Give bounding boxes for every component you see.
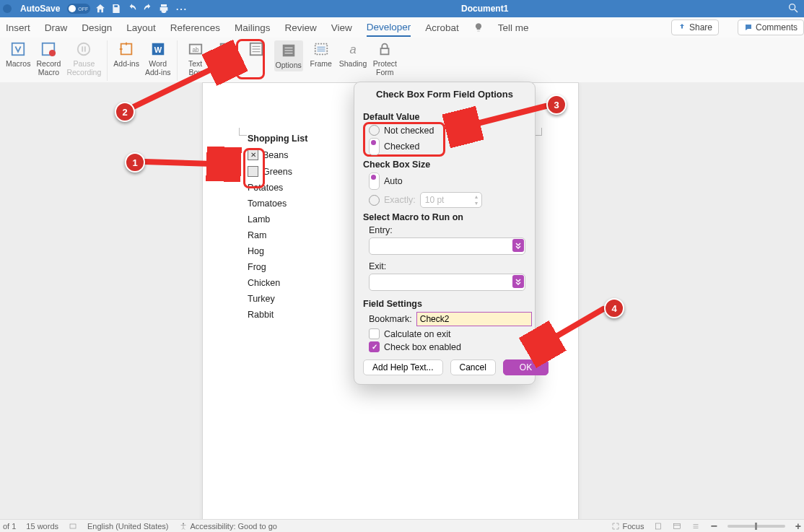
more-icon[interactable]: ⋯ <box>175 2 187 16</box>
svg-point-5 <box>78 43 90 56</box>
annotation-highlight-1 <box>243 148 265 188</box>
check-box-button[interactable]: CheckBox <box>214 40 238 77</box>
svg-rect-26 <box>381 48 389 54</box>
undo-icon[interactable] <box>126 3 138 14</box>
title-bar: AutoSave OFF ⋯ Document1 <box>0 0 804 17</box>
tab-mailings[interactable]: Mailings <box>235 19 271 36</box>
comments-button[interactable]: Comments <box>738 19 804 35</box>
bookmark-input[interactable] <box>416 312 532 326</box>
exit-label: Exit: <box>369 261 386 271</box>
zoom-slider[interactable] <box>727 525 785 528</box>
list-item-label: Rabbit <box>248 310 274 320</box>
tab-developer[interactable]: Developer <box>367 19 411 37</box>
language-indicator[interactable]: English (United States) <box>87 522 169 531</box>
radio-exactly-size[interactable] <box>369 195 380 206</box>
chevron-down-icon[interactable] <box>512 275 524 288</box>
status-bar: of 1 15 words English (United States) Ac… <box>0 519 804 532</box>
frame-button[interactable]: Frame <box>309 40 333 69</box>
list-item-label: Ram <box>248 230 266 240</box>
shading-button[interactable]: aShading <box>339 40 367 69</box>
page-indicator[interactable]: of 1 <box>3 522 16 531</box>
calculate-on-exit-checkbox[interactable] <box>369 328 380 339</box>
view-print-layout[interactable] <box>654 522 663 531</box>
home-icon[interactable] <box>95 3 106 14</box>
svg-rect-29 <box>656 523 661 529</box>
entry-macro-select[interactable] <box>369 237 525 255</box>
accessibility-indicator[interactable]: Accessibility: Good to go <box>179 522 277 531</box>
ribbon: Macros RecordMacro PauseRecording Add-in… <box>0 38 804 86</box>
dialog-title: Check Box Form Field Options <box>354 82 535 106</box>
tab-view[interactable]: View <box>331 19 352 36</box>
bulb-icon <box>473 22 484 32</box>
section-macro: Select Macro to Run on <box>363 212 526 222</box>
ok-button[interactable]: OK <box>503 359 549 375</box>
bookmark-label: Bookmark: <box>369 314 412 324</box>
record-macro-button[interactable]: RecordMacro <box>36 40 61 77</box>
tab-layout[interactable]: Layout <box>126 19 156 36</box>
list-item-label: Tomatoes <box>248 199 287 209</box>
add-help-text-button[interactable]: Add Help Text... <box>363 359 443 375</box>
share-label: Share <box>689 22 712 32</box>
comment-icon <box>744 23 753 32</box>
radio-not-checked[interactable] <box>369 125 380 136</box>
text-box-button[interactable]: abTextBox <box>183 40 208 77</box>
annotation-highlight-2 <box>236 39 265 79</box>
autosave-toggle[interactable]: OFF <box>67 4 90 14</box>
list-item-label: Greens <box>263 167 292 177</box>
save-icon[interactable] <box>110 3 122 14</box>
traffic-light[interactable] <box>3 4 12 13</box>
cancel-button[interactable]: Cancel <box>450 359 496 375</box>
svg-text:a: a <box>349 43 356 56</box>
margin-corner-tl <box>239 128 247 136</box>
tab-acrobat[interactable]: Acrobat <box>425 19 459 36</box>
addins-button[interactable]: Add-ins <box>113 40 139 69</box>
accessibility-icon <box>179 522 188 531</box>
section-checkbox-size: Check Box Size <box>363 160 526 170</box>
tell-me[interactable]: Tell me <box>498 19 529 36</box>
tab-design[interactable]: Design <box>82 19 112 36</box>
section-default-value: Default Value <box>363 112 526 122</box>
view-outline[interactable] <box>691 522 700 531</box>
svg-point-0 <box>790 4 795 9</box>
accessibility-text: Accessibility: Good to go <box>191 522 277 531</box>
ribbon-tabs: Insert Draw Design Layout References Mai… <box>0 17 804 38</box>
share-button[interactable]: Share <box>671 19 719 35</box>
svg-rect-7 <box>84 46 86 51</box>
zoom-out[interactable]: − <box>710 520 717 533</box>
svg-rect-2 <box>12 43 25 56</box>
redo-icon[interactable] <box>142 3 154 14</box>
chevron-down-icon[interactable] <box>512 239 524 252</box>
focus-mode-button[interactable]: Focus <box>611 522 644 531</box>
share-icon <box>678 23 686 32</box>
protect-form-button[interactable]: ProtectForm <box>372 40 397 77</box>
list-item-label: Chicken <box>248 278 280 288</box>
size-stepper[interactable]: 10 pt▴▾ <box>420 192 482 208</box>
svg-rect-30 <box>674 523 681 528</box>
list-item-label: Beans <box>263 150 288 160</box>
search-icon[interactable] <box>787 2 799 14</box>
tab-insert[interactable]: Insert <box>6 19 30 36</box>
tab-draw[interactable]: Draw <box>45 19 68 36</box>
annotation-bubble-3: 3 <box>546 95 567 115</box>
checkbox-label: Check box enabled <box>384 342 461 352</box>
checkbox-enabled-checkbox[interactable] <box>369 341 380 352</box>
spellcheck-icon[interactable] <box>69 522 77 531</box>
zoom-in[interactable]: + <box>795 520 801 532</box>
exit-macro-select[interactable] <box>369 274 525 291</box>
svg-rect-6 <box>82 46 84 51</box>
view-web-layout[interactable] <box>673 522 681 531</box>
print-icon[interactable] <box>158 3 170 14</box>
svg-point-4 <box>49 50 56 56</box>
word-count[interactable]: 15 words <box>26 522 58 531</box>
radio-checked[interactable] <box>369 138 380 155</box>
macros-button[interactable]: Macros <box>6 40 30 69</box>
radio-auto-size[interactable] <box>369 173 380 190</box>
tab-review[interactable]: Review <box>284 19 316 36</box>
autosave-off-text: OFF <box>78 6 88 12</box>
tab-references[interactable]: References <box>170 19 220 36</box>
entry-label: Entry: <box>369 225 393 235</box>
list-item-label: Frog <box>248 262 266 272</box>
options-button[interactable]: Options <box>274 40 303 71</box>
word-addins-button[interactable]: WWordAdd-ins <box>145 40 171 77</box>
pause-recording-button: PauseRecording <box>66 40 101 77</box>
